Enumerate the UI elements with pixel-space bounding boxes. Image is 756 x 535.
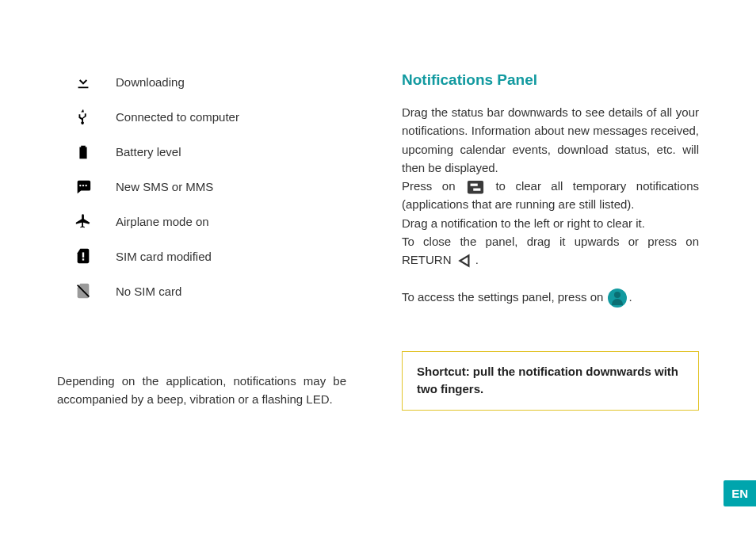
content-columns: Downloading Connected to computer Batter… bbox=[57, 71, 699, 411]
paragraph: To close the panel, drag it upwards or p… bbox=[402, 232, 699, 269]
section-heading: Notifications Panel bbox=[402, 71, 699, 89]
list-item: SIM card modified bbox=[73, 246, 354, 266]
paragraph: Drag a notification to the left or right… bbox=[402, 214, 699, 232]
paragraph: Drag the status bar downwards to see det… bbox=[402, 103, 699, 177]
icon-label: Connected to computer bbox=[116, 110, 239, 124]
left-column: Downloading Connected to computer Batter… bbox=[57, 71, 354, 411]
icon-label: Downloading bbox=[116, 75, 185, 89]
svg-rect-5 bbox=[468, 181, 483, 193]
icon-label: SIM card modified bbox=[116, 250, 212, 263]
icon-label: Airplane mode on bbox=[116, 215, 209, 228]
icon-label: No SIM card bbox=[116, 285, 181, 298]
list-item: No SIM card bbox=[73, 281, 354, 301]
list-item: Airplane mode on bbox=[73, 211, 354, 231]
sim-modified-icon bbox=[73, 246, 94, 266]
text-fragment: To access the settings panel, press on bbox=[402, 290, 606, 304]
svg-point-2 bbox=[85, 185, 86, 186]
svg-rect-3 bbox=[82, 252, 84, 257]
battery-icon bbox=[73, 141, 94, 162]
shortcut-callout: Shortcut: pull the notification downward… bbox=[402, 351, 699, 411]
paragraph: To access the settings panel, press on . bbox=[402, 288, 699, 308]
text-fragment: . bbox=[628, 290, 632, 304]
list-item: Downloading bbox=[73, 71, 354, 92]
svg-rect-6 bbox=[471, 183, 478, 185]
svg-point-0 bbox=[79, 185, 81, 186]
usb-icon bbox=[73, 106, 94, 127]
svg-point-1 bbox=[82, 185, 84, 186]
status-icon-list: Downloading Connected to computer Batter… bbox=[57, 71, 354, 301]
no-sim-icon bbox=[73, 281, 94, 301]
text-fragment: To close the panel, drag it upwards or p… bbox=[402, 235, 699, 266]
text-fragment: Press on bbox=[402, 179, 465, 193]
list-item: New SMS or MMS bbox=[73, 176, 354, 197]
body-text-block: Drag the status bar downwards to see det… bbox=[402, 103, 699, 308]
text-fragment: . bbox=[475, 253, 479, 266]
svg-rect-7 bbox=[473, 188, 480, 190]
paragraph: Press on to clear all temporary notifica… bbox=[402, 177, 699, 214]
sms-icon bbox=[73, 176, 94, 197]
icon-label: New SMS or MMS bbox=[116, 180, 213, 193]
user-settings-icon bbox=[608, 289, 627, 308]
clear-notifications-icon bbox=[467, 179, 484, 195]
list-item: Connected to computer bbox=[73, 106, 354, 127]
return-icon bbox=[456, 253, 474, 269]
svg-rect-4 bbox=[82, 258, 84, 260]
icon-label: Battery level bbox=[116, 145, 181, 159]
language-badge: EN bbox=[724, 480, 756, 506]
right-column: Notifications Panel Drag the status bar … bbox=[402, 71, 699, 411]
download-icon bbox=[73, 71, 94, 92]
left-note-text: Depending on the application, notificati… bbox=[57, 373, 354, 408]
list-item: Battery level bbox=[73, 141, 354, 162]
airplane-icon bbox=[73, 211, 94, 231]
